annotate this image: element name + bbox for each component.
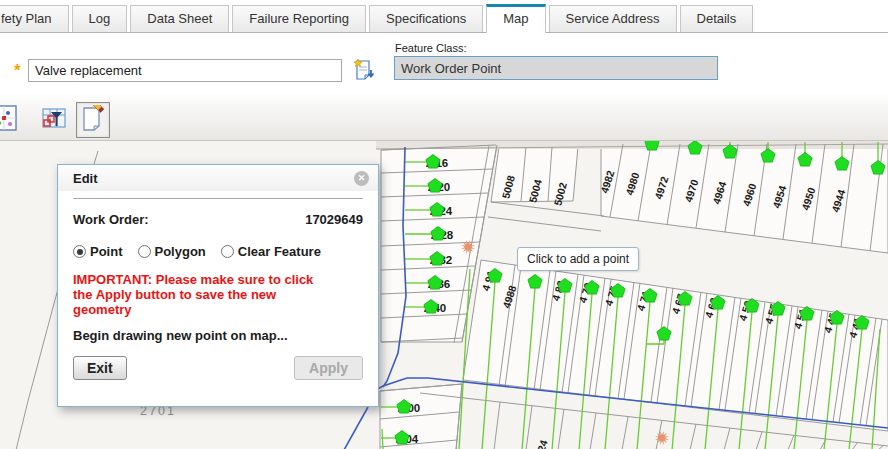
tab-map[interactable]: Map	[486, 4, 545, 33]
edit-geometry-icon	[79, 105, 107, 132]
radio-point-label: Point	[90, 244, 123, 259]
work-order-app: fety PlanLogData SheetFailure ReportingS…	[0, 0, 888, 449]
edit-geometry-tool-button[interactable]	[76, 102, 110, 138]
grid-filter-icon	[41, 105, 67, 131]
important-warning: IMPORTANT: Please make sure to click the…	[73, 272, 363, 317]
sunburst-marker-icon	[655, 431, 669, 445]
radio-clear-feature-label: Clear Feature	[238, 244, 321, 259]
radio-polygon-label: Polygon	[155, 244, 206, 259]
work-order-value: 17029649	[305, 212, 363, 227]
work-order-label: Work Order:	[73, 212, 149, 227]
warning-line-2: the Apply button to save the new	[73, 287, 363, 302]
tab-data-sheet[interactable]: Data Sheet	[130, 5, 229, 32]
required-asterisk-icon: *	[14, 61, 21, 81]
grid-filter-tool-button[interactable]	[38, 102, 70, 137]
map-points-icon	[0, 105, 17, 131]
radio-clear-feature-control[interactable]	[221, 245, 234, 258]
drawing-instruction: Begin drawing new point on map...	[73, 328, 363, 343]
radio-clear-feature[interactable]: Clear Feature	[221, 244, 321, 259]
geometry-type-radios: Point Polygon Clear Feature	[73, 244, 363, 259]
close-icon[interactable]: ✕	[354, 171, 369, 186]
tab-fety-plan[interactable]: fety Plan	[0, 5, 69, 32]
tab-log[interactable]: Log	[72, 5, 128, 32]
feature-class-field[interactable]	[394, 56, 718, 80]
add-note-button[interactable]	[351, 58, 377, 84]
feature-class-label: Feature Class:	[395, 42, 467, 54]
tab-details[interactable]: Details	[680, 5, 754, 32]
edit-dialog-header: Edit ✕	[58, 165, 378, 191]
exit-button[interactable]: Exit	[73, 356, 127, 380]
work-order-row: Work Order: 17029649	[73, 212, 363, 227]
map-tooltip: Click to add a point	[517, 247, 639, 271]
radio-point-control[interactable]	[73, 245, 86, 258]
radio-polygon-control[interactable]	[138, 245, 151, 258]
tab-failure-reporting[interactable]: Failure Reporting	[232, 5, 366, 32]
pentagon-marker-icon	[645, 141, 659, 150]
warning-line-1: IMPORTANT: Please make sure to click	[73, 272, 363, 287]
map-toolbar	[0, 95, 888, 141]
note-add-icon	[352, 58, 376, 82]
tab-specifications[interactable]: Specifications	[369, 5, 483, 32]
edit-dialog: Edit ✕ Work Order: 17029649 Point Polygo…	[57, 164, 379, 407]
form-row: * Feature Class:	[0, 33, 888, 95]
work-name-input[interactable]	[28, 59, 342, 82]
tab-bar: fety PlanLogData SheetFailure ReportingS…	[0, 0, 888, 33]
dialog-divider	[73, 198, 363, 199]
edit-dialog-title: Edit	[73, 171, 98, 186]
radio-point[interactable]: Point	[73, 244, 123, 259]
warning-line-3: geometry	[73, 302, 363, 317]
map-label: 24	[535, 438, 550, 449]
map-canvas[interactable]: 2 162 202 242 282 322 362 402 002 042701…	[0, 141, 888, 449]
tab-service-address[interactable]: Service Address	[549, 5, 677, 32]
radio-polygon[interactable]: Polygon	[138, 244, 206, 259]
apply-button[interactable]: Apply	[294, 356, 363, 380]
map-points-tool-button[interactable]	[0, 102, 20, 137]
